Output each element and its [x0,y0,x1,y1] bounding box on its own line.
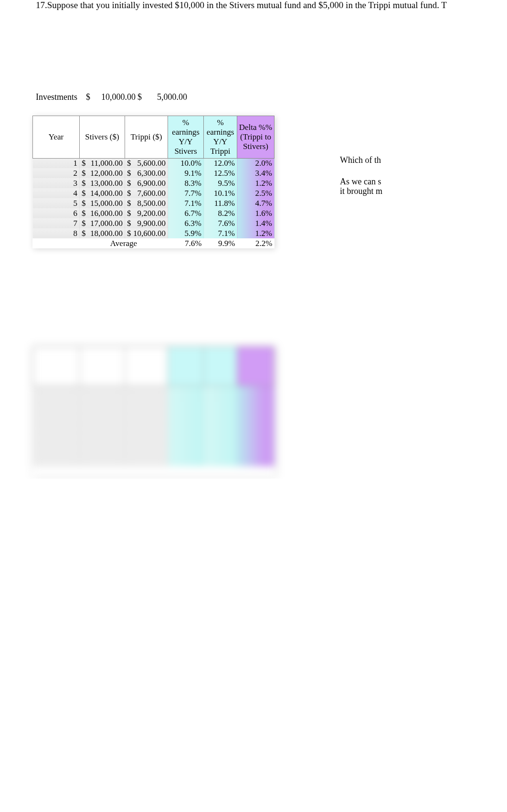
pct-stivers-cell: 6.3% [168,218,204,228]
blurred-cell: . [80,386,125,396]
blurred-cell: . [33,426,80,436]
table-row: 3 $13,000.00 $6,900.00 8.3% 9.5% 1.2% [33,178,275,188]
header-cell: . [204,347,237,386]
pct-trippi-cell: 7.1% [204,228,237,238]
blurred-cell: . [168,396,204,406]
delta-cell: 1.6% [237,208,275,218]
trippi-cell: $6,900.00 [125,178,168,188]
stivers-cell: $13,000.00 [80,178,125,188]
blurred-cell: . [33,446,80,456]
blurred-cell: . [168,436,204,446]
header-pct-trippi: % earnings Y/Y Trippi [204,116,237,158]
blurred-cell: . [80,466,168,476]
blurred-cell: . [237,446,275,456]
average-row: Average 7.6% 9.9% 2.2% [33,238,275,248]
pct-trippi-cell: 12.0% [204,158,237,168]
blurred-cell: . [168,456,204,466]
year-cell: 1 [33,158,80,168]
stivers-investment: 10,000.00 [95,92,137,102]
delta-cell: 1.2% [237,178,275,188]
blurred-cell: . [168,426,204,436]
trippi-cell: $10,600.00 [125,228,168,238]
blurred-cell: . [125,386,168,396]
header-cell: . [80,347,125,386]
blurred-cell: . [168,406,204,416]
header-pct-stivers: % earnings Y/Y Stivers [168,116,204,158]
table-row: . . . . . . [33,426,275,436]
blurred-cell: . [237,426,275,436]
delta-cell: 2.5% [237,188,275,198]
blurred-cell: . [80,436,125,446]
year-cell: 7 [33,218,80,228]
blurred-cell: . [80,396,125,406]
stivers-cell: $15,000.00 [80,198,125,208]
table-row: . . . . . . [33,406,275,416]
blurred-cell: . [125,406,168,416]
investments-row: Investments $ 10,000.00 $ 5,000.00 [36,92,507,102]
blurred-cell: . [204,436,237,446]
table-row: . . . . . . [33,386,275,396]
table-row: . . . . . . [33,436,275,446]
table-row: 6 $16,000.00 $9,200.00 6.7% 8.2% 1.6% [33,208,275,218]
question-text: 17.Suppose that you initially invested $… [0,0,507,11]
blurred-cell: . [204,466,237,476]
blurred-cell: . [80,456,125,466]
table-row: 1 $11,000.00 $5,600.00 10.0% 12.0% 2.0% [33,158,275,168]
pct-stivers-cell: 7.7% [168,188,204,198]
year-cell: 3 [33,178,80,188]
year-cell: 6 [33,208,80,218]
blurred-cell: . [204,406,237,416]
header-cell: . [125,347,168,386]
blurred-cell: . [237,436,275,446]
stivers-cell: $18,000.00 [80,228,125,238]
blurred-cell: . [237,406,275,416]
trippi-cell: $6,300.00 [125,168,168,178]
stivers-cell: $14,000.00 [80,188,125,198]
table-row: . . . . . . [33,446,275,456]
blurred-cell: . [33,386,80,396]
delta-cell: 1.4% [237,218,275,228]
stivers-cell: $16,000.00 [80,208,125,218]
blurred-cell: . [80,426,125,436]
blurred-cell: . [33,456,80,466]
table-row: 7 $17,000.00 $9,900.00 6.3% 7.6% 1.4% [33,218,275,228]
trippi-cell: $9,900.00 [125,218,168,228]
table-row: . . . . . . [33,456,275,466]
trippi-cell: $8,500.00 [125,198,168,208]
blurred-cell [33,466,80,476]
table-row: 4 $14,000.00 $7,600.00 7.7% 10.1% 2.5% [33,188,275,198]
table-row: 8 $18,000.00 $10,600.00 5.9% 7.1% 1.2% [33,228,275,238]
blurred-cell: . [204,416,237,426]
pct-stivers-cell: 6.7% [168,208,204,218]
average-label: Average [80,238,168,248]
blurred-cell: . [168,386,204,396]
avg-pct-stivers: 7.6% [168,238,204,248]
header-cell: . [168,347,204,386]
investments-label: Investments [36,92,86,102]
blurred-cell: . [204,456,237,466]
blurred-table: . . . . . . . . . . . . . . . . . . . . … [32,346,275,476]
trippi-cell: $7,600.00 [125,188,168,198]
header-trippi: Trippi ($) [125,116,168,158]
blurred-cell: . [125,426,168,436]
blurred-cell: . [33,416,80,426]
blurred-cell: . [237,466,275,476]
year-cell: 5 [33,198,80,208]
avg-pct-trippi: 9.9% [204,238,237,248]
blurred-table-container: . . . . . . . . . . . . . . . . . . . . … [32,346,507,479]
blurred-cell: . [237,456,275,466]
avg-delta: 2.2% [237,238,275,248]
blurred-cell: . [168,466,204,476]
pct-trippi-cell: 11.8% [204,198,237,208]
trippi-investment: 5,000.00 [146,92,189,102]
header-delta: Delta %% (Trippi to Stivers) [237,116,275,158]
pct-stivers-cell: 8.3% [168,178,204,188]
blurred-cell: . [168,416,204,426]
delta-cell: 4.7% [237,198,275,208]
year-cell: 8 [33,228,80,238]
stivers-cell: $12,000.00 [80,168,125,178]
pct-stivers-cell: 5.9% [168,228,204,238]
blurred-cell: . [168,446,204,456]
pct-stivers-cell: 9.1% [168,168,204,178]
blurred-cell: . [204,446,237,456]
